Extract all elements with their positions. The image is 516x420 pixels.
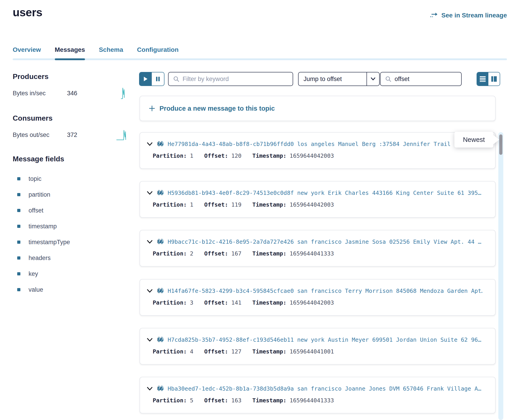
search-icon bbox=[173, 76, 179, 82]
message-meta: Partition: 2 Offset: 167 Timestamp: 1659… bbox=[153, 250, 334, 257]
chevron-down-icon[interactable] bbox=[147, 289, 153, 293]
messages-scrollbar-thumb[interactable] bbox=[499, 135, 502, 155]
field-item-partition[interactable]: partition bbox=[13, 191, 127, 199]
plus-icon bbox=[149, 105, 155, 111]
message-row[interactable]: �� H9bacc71c-b12c-4216-8e95-2a7da727e426… bbox=[139, 230, 496, 267]
message-row[interactable]: �� Hba30eed7-1edc-452b-8b1a-738d3b5d8a9a… bbox=[139, 377, 496, 413]
play-button[interactable] bbox=[139, 72, 152, 86]
field-item-headers[interactable]: headers bbox=[13, 254, 127, 262]
column-view-icon bbox=[491, 76, 497, 82]
play-icon bbox=[144, 76, 148, 82]
field-item-offset[interactable]: offset bbox=[13, 206, 127, 215]
offset-label: Offset: bbox=[204, 250, 228, 257]
filter-placeholder: Filter by keyword bbox=[183, 75, 229, 82]
partition-label: Partition: bbox=[153, 348, 187, 355]
chevron-down-icon[interactable] bbox=[147, 387, 153, 390]
square-bullet-icon bbox=[17, 240, 20, 244]
jump-to-offset-select[interactable]: Jump to offset bbox=[298, 72, 380, 86]
offset-pair: Offset: 127 bbox=[204, 348, 242, 355]
square-bullet-icon bbox=[17, 272, 20, 275]
replacement-glyphs: �� bbox=[157, 288, 163, 294]
message-key-text[interactable]: H9bacc71c-b12c-4216-8e95-2a7da727e426 sa… bbox=[168, 239, 481, 245]
bytes-out-value: 372 bbox=[67, 131, 94, 139]
consumers-heading: Consumers bbox=[13, 114, 127, 123]
message-key-text[interactable]: H14fa67fe-5823-4299-b3c4-595845cfcae0 sa… bbox=[168, 288, 483, 294]
timestamp-value: 1659644041333 bbox=[290, 397, 334, 404]
message-meta: Partition: 4 Offset: 127 Timestamp: 1659… bbox=[153, 348, 334, 355]
produce-message-button[interactable]: Produce a new message to this topic bbox=[139, 96, 496, 121]
message-meta: Partition: 1 Offset: 119 Timestamp: 1659… bbox=[153, 201, 334, 208]
timestamp-value: 1659644041001 bbox=[290, 348, 334, 355]
jump-to-offset-value: Jump to offset bbox=[299, 72, 367, 86]
partition-value: 1 bbox=[190, 201, 193, 208]
message-key-text[interactable]: He77981da-4a43-48ab-b8f8-cb71b96ffdd0 lo… bbox=[168, 141, 457, 147]
field-item-timestamp[interactable]: timestamp bbox=[13, 222, 127, 230]
partition-pair: Partition: 2 bbox=[153, 250, 193, 257]
field-item-timestampType[interactable]: timestampType bbox=[13, 238, 127, 246]
list-view-button[interactable] bbox=[477, 72, 488, 86]
pause-icon bbox=[156, 76, 160, 82]
message-row[interactable]: �� He77981da-4a43-48ab-b8f8-cb71b96ffdd0… bbox=[139, 132, 496, 169]
message-row[interactable]: �� H7cda825b-35b7-4952-88ef-c193d546eb11… bbox=[139, 328, 496, 365]
tab-messages[interactable]: Messages bbox=[55, 44, 85, 60]
tab-configuration[interactable]: Configuration bbox=[137, 44, 179, 60]
produce-message-label: Produce a new message to this topic bbox=[160, 105, 275, 112]
bytes-in-value: 346 bbox=[67, 89, 94, 97]
tab-overview[interactable]: Overview bbox=[13, 44, 41, 60]
chevron-down-icon[interactable] bbox=[147, 142, 153, 146]
square-bullet-icon bbox=[17, 193, 20, 196]
timestamp-value: 1659644042003 bbox=[290, 201, 334, 208]
view-mode-toggle bbox=[477, 72, 500, 86]
timestamp-label: Timestamp: bbox=[252, 250, 286, 257]
filter-keyword-input[interactable]: Filter by keyword bbox=[168, 72, 293, 86]
message-row[interactable]: �� H14fa67fe-5823-4299-b3c4-595845cfcae0… bbox=[139, 279, 496, 316]
stream-lineage-label: See in Stream lineage bbox=[441, 12, 507, 19]
replacement-glyphs: �� bbox=[157, 385, 163, 392]
messages-scrollbar-track[interactable] bbox=[498, 132, 503, 420]
bytes-out-sparkline bbox=[116, 128, 127, 141]
field-item-value[interactable]: value bbox=[13, 285, 127, 294]
tab-underline-track bbox=[13, 58, 507, 60]
message-key-text[interactable]: H5936db81-b943-4e0f-8c29-74513e0c0d8f ne… bbox=[168, 190, 481, 196]
timestamp-value: 1659644042003 bbox=[290, 299, 334, 306]
producers-heading: Producers bbox=[13, 72, 127, 81]
dashed-arrow-right-icon bbox=[430, 12, 439, 19]
chevron-down-icon[interactable] bbox=[367, 72, 379, 86]
page-title: users bbox=[13, 6, 42, 19]
offset-label: Offset: bbox=[204, 201, 228, 208]
message-key-text[interactable]: Hba30eed7-1edc-452b-8b1a-738d3b5d8a9a sa… bbox=[168, 385, 481, 392]
message-row[interactable]: �� H5936db81-b943-4e0f-8c29-74513e0c0d8f… bbox=[139, 181, 496, 218]
timestamp-pair: Timestamp: 1659644041001 bbox=[252, 348, 334, 355]
field-item-topic[interactable]: topic bbox=[13, 175, 127, 183]
bytes-in-label: Bytes in/sec bbox=[13, 89, 67, 97]
partition-label: Partition: bbox=[153, 201, 187, 208]
sidebar: Producers Bytes in/sec 346 Consumers Byt… bbox=[13, 72, 127, 301]
pause-button[interactable] bbox=[152, 72, 164, 86]
partition-value: 2 bbox=[190, 250, 193, 257]
message-key-text[interactable]: H7cda825b-35b7-4952-88ef-c193d546eb11 ne… bbox=[168, 337, 481, 343]
bytes-in-sparkline bbox=[120, 87, 127, 100]
offset-value: 119 bbox=[231, 201, 241, 208]
square-bullet-icon bbox=[17, 288, 20, 291]
square-bullet-icon bbox=[17, 256, 20, 260]
play-pause-toggle bbox=[139, 72, 164, 86]
chevron-down-icon[interactable] bbox=[147, 240, 153, 244]
field-item-key[interactable]: key bbox=[13, 270, 127, 278]
partition-value: 5 bbox=[190, 397, 193, 404]
offset-label: Offset: bbox=[204, 348, 228, 355]
bytes-out-row: Bytes out/sec 372 bbox=[13, 128, 127, 141]
chevron-down-icon[interactable] bbox=[147, 338, 153, 342]
partition-pair: Partition: 1 bbox=[153, 152, 193, 159]
square-bullet-icon bbox=[17, 177, 20, 180]
partition-value: 3 bbox=[190, 299, 193, 306]
offset-search-input[interactable]: offset bbox=[380, 72, 462, 86]
column-view-button[interactable] bbox=[488, 72, 500, 86]
timestamp-pair: Timestamp: 1659644041333 bbox=[252, 250, 334, 257]
tab-schema[interactable]: Schema bbox=[99, 44, 123, 60]
partition-pair: Partition: 4 bbox=[153, 348, 193, 355]
offset-pair: Offset: 167 bbox=[204, 250, 242, 257]
timestamp-pair: Timestamp: 1659644041333 bbox=[252, 397, 334, 404]
replacement-glyphs: �� bbox=[157, 190, 163, 196]
chevron-down-icon[interactable] bbox=[147, 191, 153, 195]
stream-lineage-link[interactable]: See in Stream lineage bbox=[430, 12, 507, 19]
